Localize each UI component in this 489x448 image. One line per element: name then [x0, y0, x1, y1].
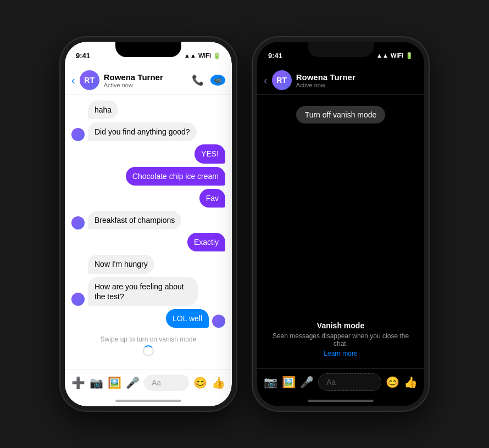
vanish-desc: Seen messages disappear when you close t…	[268, 332, 413, 348]
chat-toolbar-light: ➕ 📷 🖼️ 🎤 Aa 😊 👍	[65, 369, 232, 395]
message-input-dark[interactable]: Aa	[318, 373, 381, 391]
sender-avatar-3	[71, 293, 85, 306]
sender-avatar-1	[71, 128, 85, 141]
bubble-fav: Fav	[199, 189, 225, 208]
contact-avatar-dark: RT	[272, 70, 292, 90]
mic-button[interactable]: 🎤	[126, 376, 140, 389]
notch	[115, 42, 181, 57]
bubble-lol: LOL well	[166, 309, 209, 328]
message-test: How are you feeling about the test?	[71, 277, 225, 306]
bubble-yes: YES!	[195, 144, 225, 163]
back-button-dark[interactable]: ‹	[264, 74, 268, 87]
bubble-hungry: Now I'm hungry	[88, 255, 154, 273]
vanish-hint: Swipe up to turn on vanish mode	[71, 331, 225, 361]
notch-dark	[308, 42, 374, 57]
like-button-light[interactable]: 👍	[212, 376, 225, 389]
header-info-light: Rowena Turner Active now	[104, 72, 187, 88]
message-hungry: Now I'm hungry	[71, 255, 225, 273]
bubble-exactly: Exactly	[187, 233, 225, 251]
contact-status-light: Active now	[104, 82, 187, 88]
vanish-info: Vanish mode Seen messages disappear when…	[257, 321, 424, 357]
chat-header-dark: ‹ RT Rowena Turner Active now	[257, 66, 424, 95]
message-lol: LOL well	[71, 309, 225, 328]
camera-button[interactable]: 📷	[90, 376, 103, 389]
video-icon[interactable]: 📹	[210, 75, 225, 86]
message-breakfast: Breakfast of champions	[71, 211, 225, 229]
status-time-dark: 9:41	[268, 52, 282, 60]
sender-avatar-2	[71, 216, 85, 229]
vanish-learn-more[interactable]: Learn more	[268, 350, 413, 357]
bubble-find-anything: Did you find anything good?	[88, 122, 197, 141]
image-button[interactable]: 🖼️	[108, 376, 121, 389]
add-button[interactable]: ➕	[71, 376, 85, 389]
chat-toolbar-dark: 📷 🖼️ 🎤 Aa 😊 👍	[257, 368, 424, 395]
message-choc: Chocolate chip ice cream	[71, 167, 225, 186]
message-haha: haha	[71, 100, 225, 119]
self-avatar	[212, 315, 225, 328]
light-phone: 9:41 ▲▲ WiFi 🔋 ‹ RT Rowena Turner	[60, 37, 236, 411]
chat-header-light: ‹ RT Rowena Turner Active now 📞 📹	[65, 66, 232, 95]
header-info-dark: Rowena Turner Active now	[296, 72, 418, 88]
contact-avatar-light: RT	[80, 70, 99, 90]
status-icons-light: ▲▲ WiFi 🔋	[184, 52, 221, 59]
header-actions-light: 📞 📹	[192, 74, 225, 86]
emoji-button-dark[interactable]: 😊	[386, 376, 399, 389]
contact-status-dark: Active now	[296, 82, 418, 88]
turn-off-vanish-button[interactable]: Turn off vanish mode	[296, 106, 386, 124]
bubble-choc: Chocolate chip ice cream	[126, 167, 225, 186]
emoji-button-light[interactable]: 😊	[193, 376, 207, 389]
home-indicator-light	[65, 395, 232, 406]
message-fav: Fav	[71, 189, 225, 208]
status-time-light: 9:41	[76, 52, 90, 60]
back-button-light[interactable]: ‹	[71, 74, 75, 87]
dark-phone: 9:41 ▲▲ WiFi 🔋 ‹ RT Rowena Turner	[253, 37, 429, 411]
messages-area-light: haha Did you find anything good? YES! Ch…	[65, 95, 232, 369]
contact-name-light: Rowena Turner	[104, 72, 187, 82]
bubble-test: How are you feeling about the test?	[88, 277, 198, 306]
message-exactly: Exactly	[71, 233, 225, 251]
vanish-title: Vanish mode	[268, 321, 413, 330]
message-input-light[interactable]: Aa	[144, 374, 189, 391]
mic-button-dark[interactable]: 🎤	[300, 376, 314, 389]
camera-button-dark[interactable]: 📷	[264, 376, 277, 389]
bubble-breakfast: Breakfast of champions	[88, 211, 181, 229]
image-button-dark[interactable]: 🖼️	[282, 376, 296, 389]
contact-name-dark: Rowena Turner	[296, 72, 418, 82]
home-bar-dark	[308, 400, 374, 402]
vanish-hint-text: Swipe up to turn on vanish mode	[101, 335, 197, 343]
home-indicator-dark	[257, 395, 424, 406]
vanish-spinner	[143, 345, 154, 356]
message-find-anything: Did you find anything good?	[71, 122, 225, 141]
like-button-dark[interactable]: 👍	[404, 376, 418, 389]
bubble-haha: haha	[88, 100, 118, 119]
call-icon[interactable]: 📞	[192, 74, 204, 86]
home-bar-light	[115, 400, 181, 402]
message-yes: YES!	[71, 144, 225, 163]
vanish-mode-area: Turn off vanish mode Vanish mode Seen me…	[257, 95, 424, 368]
status-icons-dark: ▲▲ WiFi 🔋	[376, 52, 413, 59]
